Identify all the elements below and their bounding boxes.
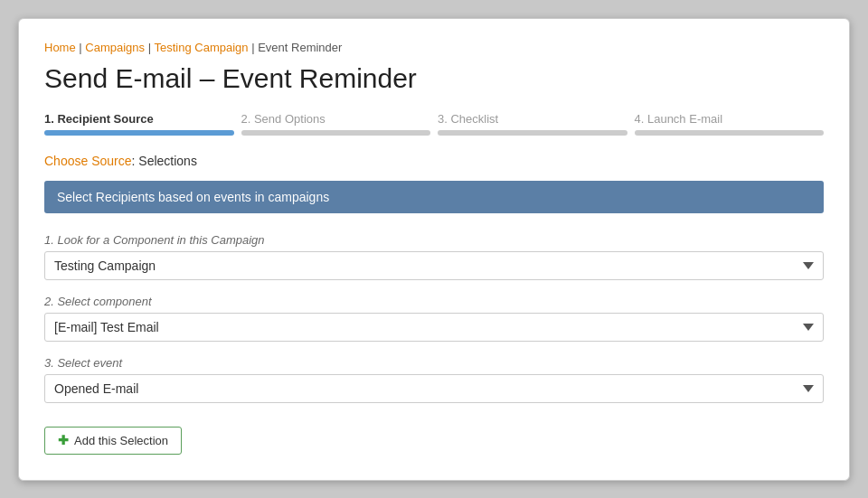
event-select[interactable]: Opened E-mail bbox=[44, 374, 824, 403]
field-event-label: 3. Select event bbox=[44, 356, 824, 370]
breadcrumb-current: | Event Reminder bbox=[251, 41, 342, 54]
breadcrumb: Home | Campaigns | Testing Campaign | Ev… bbox=[44, 41, 824, 54]
add-selection-button[interactable]: ✚ Add this Selection bbox=[44, 427, 182, 455]
selection-banner: Select Recipients based on events in cam… bbox=[44, 181, 824, 213]
field-component: 2. Select component [E-mail] Test Email bbox=[44, 295, 824, 342]
choose-source-row: Choose Source: Selections bbox=[44, 154, 824, 168]
choose-source-suffix: : Selections bbox=[132, 154, 197, 168]
field-campaign: 1. Look for a Component in this Campaign… bbox=[44, 233, 824, 280]
campaign-select[interactable]: Testing Campaign bbox=[44, 251, 824, 280]
component-select[interactable]: [E-mail] Test Email bbox=[44, 313, 824, 342]
breadcrumb-campaigns[interactable]: Campaigns bbox=[85, 41, 145, 54]
step-4-bar bbox=[635, 130, 825, 136]
step-1-label: 1. Recipient Source bbox=[44, 112, 234, 126]
step-3-label: 3. Checklist bbox=[438, 112, 627, 126]
step-3-bar bbox=[438, 130, 627, 136]
step-4: 4. Launch E-mail bbox=[635, 112, 825, 136]
field-component-label: 2. Select component bbox=[44, 295, 824, 308]
step-1-bar bbox=[44, 130, 234, 136]
breadcrumb-home[interactable]: Home bbox=[44, 41, 76, 54]
step-2-label: 2. Send Options bbox=[241, 112, 431, 126]
add-selection-label: Add this Selection bbox=[74, 434, 168, 447]
step-4-label: 4. Launch E-mail bbox=[635, 112, 825, 126]
choose-source-link[interactable]: Choose Source bbox=[44, 154, 132, 168]
step-1: 1. Recipient Source bbox=[44, 112, 234, 136]
plus-icon: ✚ bbox=[58, 434, 69, 446]
field-campaign-label: 1. Look for a Component in this Campaign bbox=[44, 233, 824, 247]
main-window: Home | Campaigns | Testing Campaign | Ev… bbox=[18, 18, 850, 481]
step-2-bar bbox=[241, 130, 431, 136]
breadcrumb-testing-campaign[interactable]: Testing Campaign bbox=[154, 41, 248, 54]
steps-bar: 1. Recipient Source 2. Send Options 3. C… bbox=[44, 112, 824, 136]
step-3: 3. Checklist bbox=[438, 112, 627, 136]
page-title: Send E-mail – Event Reminder bbox=[44, 63, 824, 94]
step-2: 2. Send Options bbox=[241, 112, 431, 136]
field-event: 3. Select event Opened E-mail bbox=[44, 356, 824, 403]
